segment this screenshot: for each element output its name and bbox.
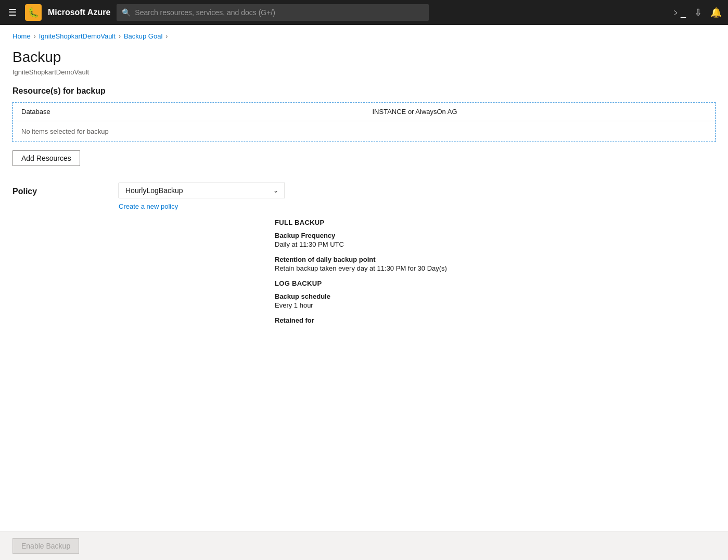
table-row-empty: No items selected for backup	[13, 121, 715, 142]
topbar: ☰ 🐛 Microsoft Azure 🔍 ﹥_ ⇩ 🔔	[0, 0, 728, 25]
bottom-bar: Enable Backup	[0, 531, 728, 560]
app-title: Microsoft Azure	[48, 8, 110, 17]
backup-details: FULL BACKUP Backup Frequency Daily at 11…	[275, 219, 716, 324]
create-policy-link[interactable]: Create a new policy	[119, 202, 285, 210]
table-col-database: Database	[13, 103, 364, 121]
search-icon: 🔍	[122, 8, 131, 17]
enable-backup-button[interactable]: Enable Backup	[12, 538, 79, 554]
retained-for-row: Retained for	[275, 316, 716, 324]
resources-table: Database INSTANCE or AlwaysOn AG No item…	[13, 103, 715, 142]
add-resources-button[interactable]: Add Resources	[12, 150, 80, 166]
policy-section: Policy HourlyLogBackup ⌄ Create a new po…	[12, 183, 716, 210]
retained-for-label: Retained for	[275, 316, 716, 324]
page-header: Backup IgniteShopkartDemoVault	[0, 44, 728, 86]
page-title: Backup	[12, 48, 716, 66]
breadcrumb-sep-3: ›	[165, 33, 168, 40]
table-col-instance: INSTANCE or AlwaysOn AG	[364, 103, 716, 121]
topbar-actions: ﹥_ ⇩ 🔔	[671, 6, 722, 19]
log-backup-header: LOG BACKUP	[275, 279, 716, 287]
backup-frequency-row: Backup Frequency Daily at 11:30 PM UTC	[275, 232, 716, 248]
resources-table-wrapper: Database INSTANCE or AlwaysOn AG No item…	[12, 102, 716, 142]
breadcrumb-vault[interactable]: IgniteShopkartDemoVault	[39, 32, 116, 40]
retention-value: Retain backup taken every day at 11:30 P…	[275, 264, 716, 272]
breadcrumb-sep-2: ›	[119, 33, 121, 40]
retention-row: Retention of daily backup point Retain b…	[275, 256, 716, 272]
feedback-icon[interactable]: ⇩	[694, 7, 702, 18]
resources-section-title: Resource(s) for backup	[12, 86, 716, 96]
breadcrumb: Home › IgniteShopkartDemoVault › Backup …	[0, 25, 728, 44]
policy-dropdown-value: HourlyLogBackup	[125, 186, 183, 195]
search-input[interactable]	[135, 8, 424, 17]
page-subtitle: IgniteShopkartDemoVault	[12, 68, 716, 76]
azure-logo-icon: 🐛	[25, 4, 42, 21]
hamburger-menu-icon[interactable]: ☰	[6, 5, 19, 20]
backup-frequency-value: Daily at 11:30 PM UTC	[275, 240, 716, 248]
policy-controls: HourlyLogBackup ⌄ Create a new policy	[119, 183, 285, 210]
backup-schedule-row: Backup schedule Every 1 hour	[275, 292, 716, 309]
terminal-icon[interactable]: ﹥_	[671, 6, 686, 19]
policy-dropdown[interactable]: HourlyLogBackup ⌄	[119, 183, 285, 198]
full-backup-header: FULL BACKUP	[275, 219, 716, 226]
notifications-icon[interactable]: 🔔	[710, 7, 722, 18]
backup-schedule-value: Every 1 hour	[275, 301, 716, 309]
breadcrumb-sep-1: ›	[34, 33, 36, 40]
content-body: Resource(s) for backup Database INSTANCE…	[0, 86, 728, 373]
retention-label: Retention of daily backup point	[275, 256, 716, 263]
chevron-down-icon: ⌄	[273, 187, 278, 194]
main-container: Home › IgniteShopkartDemoVault › Backup …	[0, 25, 728, 560]
breadcrumb-home[interactable]: Home	[12, 32, 31, 40]
search-bar[interactable]: 🔍	[117, 4, 429, 21]
breadcrumb-backup-goal[interactable]: Backup Goal	[124, 32, 162, 40]
policy-label: Policy	[12, 183, 106, 196]
backup-schedule-label: Backup schedule	[275, 292, 716, 300]
table-empty-message: No items selected for backup	[13, 121, 715, 142]
backup-frequency-label: Backup Frequency	[275, 232, 716, 239]
